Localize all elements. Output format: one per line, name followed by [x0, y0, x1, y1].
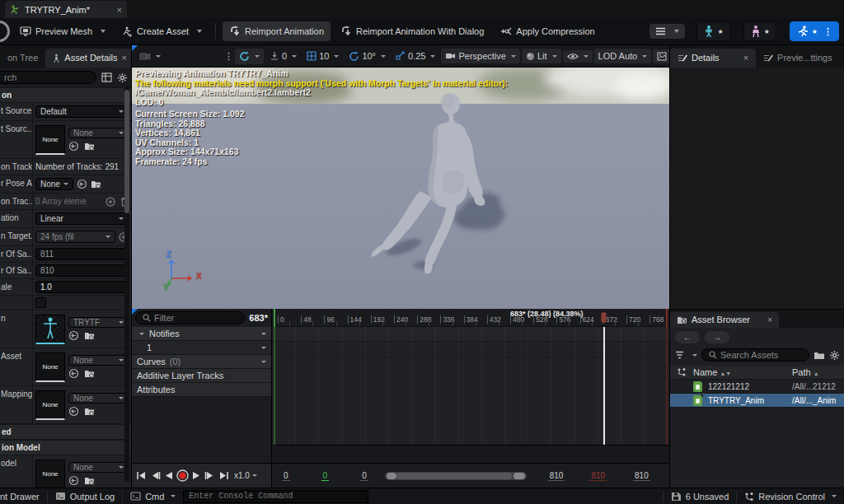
- timeline-zoom-scrollbar[interactable]: [385, 472, 527, 480]
- column-path[interactable]: Path ▲: [792, 367, 844, 377]
- document-tab-close-icon[interactable]: ×: [117, 5, 122, 15]
- snap-rotation-mode-button[interactable]: [235, 49, 264, 64]
- skeleton-asset-button[interactable]: ★: [696, 21, 729, 41]
- range-start-value[interactable]: 0: [282, 471, 290, 481]
- track-notifies[interactable]: Notifies: [132, 327, 271, 341]
- surface-snap-button[interactable]: 0: [265, 49, 301, 63]
- step-backward-button[interactable]: [150, 471, 161, 480]
- timeline-ruler[interactable]: 0489614419224028833638443248052857662467…: [273, 309, 669, 327]
- use-selected-icon[interactable]: [68, 406, 79, 417]
- asset-dropdown[interactable]: None: [68, 355, 129, 366]
- content-drawer-button[interactable]: nt Drawer: [0, 488, 47, 504]
- details-settings-gear-icon[interactable]: [117, 72, 128, 83]
- asset-source-dropdown[interactable]: Default: [35, 105, 129, 118]
- asset-dropdown[interactable]: None: [68, 462, 129, 473]
- record-button[interactable]: [176, 469, 189, 482]
- perspective-dropdown[interactable]: Perspective: [441, 49, 519, 63]
- section-header-model[interactable]: ion Model: [0, 440, 131, 455]
- track-options-icon[interactable]: [261, 361, 266, 363]
- revision-control-button[interactable]: Revision Control: [737, 488, 844, 504]
- track-options-icon[interactable]: [261, 333, 266, 335]
- section-header-ed[interactable]: ed: [0, 424, 131, 440]
- track-additive-layers[interactable]: Additive Layer Tracks: [132, 369, 271, 383]
- move-tool-icon[interactable]: [176, 50, 185, 62]
- pose-asset-dropdown[interactable]: None: [35, 178, 73, 190]
- reimport-animation-button[interactable]: Reimport Animation: [223, 21, 331, 41]
- number-of-samples-field[interactable]: [35, 264, 129, 277]
- asset-browser-settings-gear-icon[interactable]: [829, 350, 840, 361]
- use-selected-icon[interactable]: [68, 368, 79, 379]
- expand-icon[interactable]: [139, 333, 144, 335]
- range-start-marker[interactable]: [274, 309, 275, 327]
- browse-to-asset-icon[interactable]: [84, 369, 96, 379]
- tab-details[interactable]: Details ×: [670, 49, 756, 68]
- coordinate-space-icon[interactable]: [214, 51, 223, 61]
- cmd-dropdown[interactable]: Cmd: [123, 488, 183, 504]
- browse-to-asset-icon[interactable]: [84, 331, 96, 341]
- rate-scale-field[interactable]: [35, 281, 129, 293]
- use-selected-icon[interactable]: [68, 141, 79, 152]
- browse-to-asset-icon[interactable]: [91, 180, 102, 189]
- create-asset-button[interactable]: Create Asset: [115, 22, 209, 41]
- timeline-filter-input[interactable]: Filter: [135, 311, 245, 324]
- range-end-marker[interactable]: [666, 309, 668, 327]
- output-log-button[interactable]: Output Log: [48, 488, 122, 504]
- show-flags-button[interactable]: [563, 50, 593, 63]
- tab-skeleton-tree[interactable]: on Tree: [0, 49, 45, 68]
- viewport-camera-menu-button[interactable]: [135, 49, 165, 63]
- playhead-line[interactable]: [603, 327, 605, 445]
- 3d-viewport[interactable]: Previewing Animation TRYTRY_Anim The fol…: [132, 68, 669, 309]
- play-button[interactable]: [192, 471, 201, 480]
- history-back-button[interactable]: ←: [675, 331, 700, 343]
- asset-search-input[interactable]: Search Assets: [701, 348, 809, 362]
- number-of-samples-field[interactable]: [35, 248, 129, 260]
- tab-asset-details[interactable]: Asset Details ×: [45, 49, 132, 68]
- use-selected-icon[interactable]: [77, 179, 87, 189]
- asset-row[interactable]: 122121212 /All/...21212: [670, 380, 844, 394]
- section-header-animation[interactable]: on: [0, 87, 131, 103]
- preview-mesh-button[interactable]: Preview Mesh: [13, 22, 112, 40]
- rotation-snap-button[interactable]: 10°: [345, 49, 390, 64]
- asset-browser-tab-close-icon[interactable]: ×: [767, 315, 772, 324]
- track-attributes[interactable]: Attributes: [132, 383, 271, 397]
- asset-thumbnail[interactable]: None: [35, 352, 65, 382]
- track-curves[interactable]: Curves(0): [132, 355, 271, 369]
- save-folder-icon[interactable]: [814, 351, 825, 360]
- column-hierarchy-icon[interactable]: [677, 367, 687, 377]
- unsaved-button[interactable]: 6 Unsaved: [663, 488, 737, 504]
- total-frames-value[interactable]: 810: [633, 471, 650, 481]
- chevron-down-icon[interactable]: [692, 354, 697, 357]
- use-selected-icon[interactable]: [68, 475, 79, 486]
- details-tab-close-icon[interactable]: ×: [743, 53, 748, 63]
- tab-preview-scene-settings[interactable]: Previe...ttings: [756, 49, 840, 68]
- lod-dropdown[interactable]: LOD Auto: [594, 49, 652, 63]
- rotate-tool-icon[interactable]: [186, 50, 195, 62]
- framerate-dropdown[interactable]: 24 fps (fil: [35, 231, 115, 243]
- filter-icon[interactable]: [675, 351, 686, 360]
- timeline-scrollzone[interactable]: [273, 445, 669, 463]
- skeleton-thumbnail[interactable]: [35, 315, 65, 344]
- asset-dropdown[interactable]: None: [68, 128, 129, 138]
- apply-compression-button[interactable]: Apply Compression: [494, 22, 601, 40]
- track-options-icon[interactable]: [261, 347, 266, 349]
- asset-dropdown[interactable]: None: [68, 393, 129, 404]
- to-front-button[interactable]: [136, 471, 147, 480]
- asset-table-header[interactable]: Name ▲▼ Path ▲: [670, 366, 844, 380]
- lit-dropdown[interactable]: Lit: [522, 49, 561, 63]
- kebab-menu-icon[interactable]: ⋮: [224, 51, 233, 62]
- skeleton-dropdown[interactable]: TRYTF: [68, 317, 129, 328]
- playhead-marker[interactable]: [601, 312, 607, 323]
- view-end-value[interactable]: 810: [548, 471, 565, 481]
- toolbar-overflow-menu-button[interactable]: [649, 24, 685, 39]
- interpolation-dropdown[interactable]: Linear: [35, 212, 129, 225]
- checkbox[interactable]: [35, 297, 46, 308]
- range-end-red-value[interactable]: 810: [589, 471, 607, 481]
- asset-row-selected[interactable]: TRYTRY_Anim /All/..._Anim: [670, 394, 844, 408]
- asset-thumbnail[interactable]: None: [35, 390, 65, 420]
- details-scrollbar[interactable]: [124, 86, 129, 482]
- grid-snap-button[interactable]: 10: [302, 49, 343, 63]
- timeline-tracks-body[interactable]: [273, 327, 669, 445]
- timeline-track-area[interactable]: 0489614419224028833638443248052857662467…: [273, 309, 669, 488]
- reimport-animation-dialog-button[interactable]: Reimport Animation With Dialog: [334, 21, 490, 41]
- step-forward-button[interactable]: [204, 471, 215, 480]
